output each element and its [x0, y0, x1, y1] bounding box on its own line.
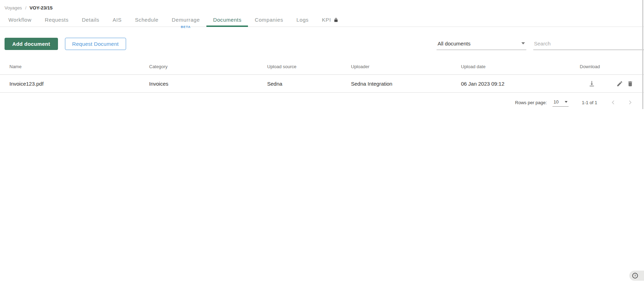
help-button[interactable]: ?	[629, 271, 644, 281]
table-header: Name Category Upload source Uploader Upl…	[0, 59, 644, 75]
column-header-uploader: Uploader	[351, 64, 461, 69]
documents-toolbar: Add document Request Document All docume…	[0, 38, 644, 50]
cell-actions	[580, 80, 644, 87]
delete-icon[interactable]	[627, 80, 634, 87]
add-document-button[interactable]: Add document	[5, 38, 58, 50]
edit-icon[interactable]	[616, 80, 623, 87]
svg-text:?: ?	[634, 274, 636, 278]
chevron-down-icon	[521, 42, 525, 44]
row-actions	[616, 80, 634, 87]
previous-page-button[interactable]	[609, 98, 617, 107]
scrollbar[interactable]	[642, 0, 643, 109]
document-filter-value: All documents	[438, 41, 470, 46]
breadcrumb: Voyages / VOY-23/15	[0, 0, 644, 11]
page-range-label: 1-1 of 1	[582, 100, 597, 105]
tab-kpi[interactable]: KPI	[315, 13, 345, 27]
tab-ais[interactable]: AIS	[106, 13, 128, 27]
tab-bar: Workflow Requests Details AIS Schedule D…	[0, 13, 644, 27]
lock-icon	[334, 17, 338, 22]
tab-logs[interactable]: Logs	[290, 13, 315, 27]
cell-upload-date: 06 Jan 2023 09:12	[461, 81, 580, 87]
cell-uploader: Sedna Integration	[351, 81, 461, 87]
tab-schedule[interactable]: Schedule	[128, 13, 165, 27]
column-header-category: Category	[149, 64, 267, 69]
column-header-upload-source: Upload source	[267, 64, 351, 69]
breadcrumb-voyages-link[interactable]: Voyages	[5, 5, 22, 10]
column-header-download: Download	[580, 64, 644, 69]
rows-per-page-value: 10	[554, 99, 558, 105]
rows-per-page-select[interactable]: 10	[552, 98, 569, 107]
tab-demurrage[interactable]: Demurrage BETA	[165, 13, 206, 27]
request-document-button[interactable]: Request Document	[65, 38, 126, 50]
question-mark-icon: ?	[632, 272, 638, 279]
column-header-name: Name	[0, 64, 149, 69]
download-icon[interactable]	[588, 80, 595, 87]
cell-upload-source: Sedna	[267, 81, 351, 87]
breadcrumb-separator: /	[25, 5, 27, 10]
rows-per-page-label: Rows per page:	[515, 100, 547, 105]
cell-name: Invoice123.pdf	[0, 81, 149, 87]
column-header-upload-date: Upload date	[461, 64, 580, 69]
chevron-down-icon	[565, 101, 568, 103]
next-page-button[interactable]	[626, 98, 634, 107]
cell-category: Invoices	[149, 81, 267, 87]
search-input[interactable]	[533, 38, 644, 50]
document-filter-select[interactable]: All documents	[437, 38, 526, 50]
pagination-bar: Rows per page: 10 1-1 of 1	[0, 93, 644, 112]
beta-badge: BETA	[181, 24, 191, 30]
breadcrumb-current-voyage: VOY-23/15	[30, 5, 53, 10]
tab-documents[interactable]: Documents	[206, 13, 248, 27]
tab-details[interactable]: Details	[75, 13, 106, 27]
tab-requests[interactable]: Requests	[38, 13, 75, 27]
tab-companies[interactable]: Companies	[248, 13, 290, 27]
tab-workflow[interactable]: Workflow	[2, 13, 38, 27]
table-row: Invoice123.pdf Invoices Sedna Sedna Inte…	[0, 75, 644, 93]
